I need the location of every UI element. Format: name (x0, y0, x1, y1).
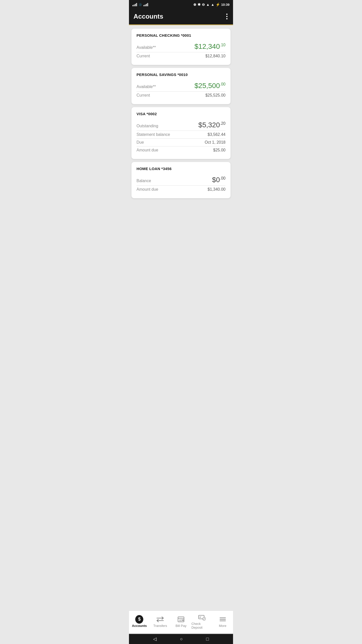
statement-balance-value: $3,562.44 (208, 132, 225, 137)
due-label: Due (137, 140, 144, 145)
account-name-visa: VISA *0002 (137, 112, 225, 116)
balance-value: $0.00 (212, 176, 225, 184)
status-left: 🌑 (132, 3, 148, 6)
account-card-checking[interactable]: PERSONAL CHECKING *0001 Available** $12,… (131, 29, 231, 65)
account-row: Current $12,840.10 (137, 52, 225, 60)
balance-label: Balance (137, 179, 151, 183)
due-value: Oct 1, 2018 (205, 140, 225, 145)
account-row: Amount due $1,340.00 (137, 186, 225, 193)
signal-icon: ▲ (211, 3, 214, 7)
screen-rotation-icon: ⊕ (193, 3, 196, 7)
available-label: Available** (137, 85, 156, 89)
status-right: ⊕ ✱ ⊖ ▲ ▲ ⚡ 10:39 (193, 3, 230, 7)
account-card-savings[interactable]: PERSONAL SAVINGS *0010 Available** $25,5… (131, 68, 231, 104)
amount-due-value: $25.00 (213, 148, 225, 152)
bluetooth-icon: ✱ (198, 3, 201, 7)
signal-dots-2 (144, 3, 148, 6)
account-name-savings: PERSONAL SAVINGS *0010 (137, 72, 225, 77)
current-label: Current (137, 93, 150, 98)
account-name-checking: PERSONAL CHECKING *0001 (137, 33, 225, 37)
page-header: Accounts (129, 9, 233, 25)
current-value: $12,840.10 (205, 54, 225, 58)
amount-due-value-loan: $1,340.00 (208, 187, 225, 192)
outstanding-value: $5,320.20 (198, 121, 225, 129)
account-row: Due Oct 1, 2018 (137, 139, 225, 146)
outstanding-label: Outstanding (137, 124, 158, 128)
account-row: Amount due $25.00 (137, 146, 225, 154)
page-title: Accounts (133, 13, 163, 20)
amount-due-label: Amount due (137, 148, 158, 152)
carrier-icon: 🌑 (139, 3, 142, 6)
amount-due-label-loan: Amount due (137, 187, 158, 192)
available-value: $12,340.10 (195, 43, 225, 51)
account-card-homeloan[interactable]: HOME LOAN *3456 Balance $0.00 Amount due… (131, 162, 231, 198)
account-name-homeloan: HOME LOAN *3456 (137, 167, 225, 171)
status-bar: 🌑 ⊕ ✱ ⊖ ▲ ▲ ⚡ 10:39 (129, 0, 233, 9)
clock: 10:39 (221, 3, 230, 7)
account-row: Current $25,525.00 (137, 92, 225, 99)
account-card-visa[interactable]: VISA *0002 Outstanding $5,320.20 Stateme… (131, 107, 231, 159)
main-content: PERSONAL CHECKING *0001 Available** $12,… (129, 25, 233, 218)
dnd-icon: ⊖ (202, 3, 205, 7)
statement-balance-label: Statement balance (137, 132, 170, 137)
account-row: Available** $25,500.00 (137, 80, 225, 92)
current-label: Current (137, 54, 150, 58)
available-label: Available** (137, 45, 156, 50)
account-row: Balance $0.00 (137, 174, 225, 186)
wifi-icon: ▲ (206, 3, 210, 7)
overflow-menu-button[interactable] (225, 13, 229, 20)
battery-icon: ⚡ (216, 3, 220, 7)
signal-dots (132, 3, 137, 6)
account-row: Outstanding $5,320.20 (137, 119, 225, 131)
available-value: $25,500.00 (195, 82, 225, 90)
account-row: Statement balance $3,562.44 (137, 131, 225, 139)
account-row: Available** $12,340.10 (137, 41, 225, 52)
current-value: $25,525.00 (205, 93, 225, 98)
